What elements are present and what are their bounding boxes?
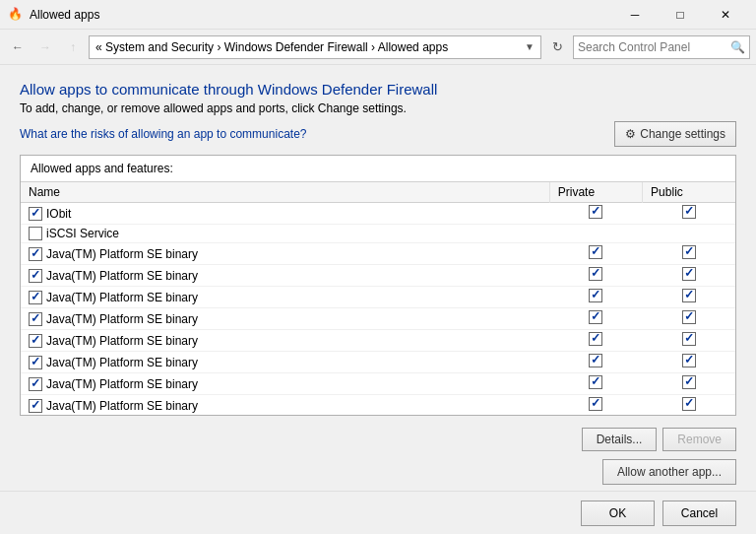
app-public-checkbox[interactable] <box>682 205 696 219</box>
title-bar-icon: 🔥 <box>8 7 24 23</box>
app-public-cell <box>643 373 735 395</box>
app-private-checkbox[interactable] <box>589 397 602 411</box>
app-private-checkbox[interactable] <box>589 205 602 219</box>
app-public-checkbox[interactable] <box>682 245 696 259</box>
apps-container-header: Allowed apps and features: <box>21 156 735 182</box>
address-path-text: « System and Security › Windows Defender… <box>95 40 525 54</box>
app-public-checkbox[interactable] <box>682 332 696 346</box>
app-name-checkbox[interactable] <box>29 334 42 348</box>
app-private-checkbox[interactable] <box>589 267 602 281</box>
app-private-checkbox[interactable] <box>589 289 602 302</box>
app-public-checkbox[interactable] <box>682 397 696 411</box>
app-name-checkbox[interactable] <box>29 207 42 221</box>
action-row: Details... Remove <box>20 428 736 451</box>
search-icon[interactable]: 🔍 <box>730 40 745 54</box>
app-name-content: Java(TM) Platform SE binary <box>29 356 541 369</box>
app-name-checkbox[interactable] <box>29 291 42 304</box>
page-title: Allow apps to communicate through Window… <box>20 81 736 98</box>
app-name-checkbox[interactable] <box>29 269 42 283</box>
search-input[interactable] <box>578 40 730 54</box>
maximize-button[interactable]: □ <box>658 0 703 30</box>
app-public-cell <box>643 352 735 373</box>
address-path[interactable]: « System and Security › Windows Defender… <box>89 35 541 59</box>
apps-table-wrapper[interactable]: IObitiSCSI ServiceJava(TM) Platform SE b… <box>21 203 735 415</box>
table-row[interactable]: Java(TM) Platform SE binary <box>21 287 735 308</box>
cancel-button[interactable]: Cancel <box>662 501 736 526</box>
app-name-content: Java(TM) Platform SE binary <box>29 291 541 304</box>
search-box[interactable]: 🔍 <box>573 35 750 59</box>
app-name-cell: Java(TM) Platform SE binary <box>21 373 549 395</box>
table-row[interactable]: iSCSI Service <box>21 225 735 243</box>
ok-button[interactable]: OK <box>581 501 655 526</box>
table-row[interactable]: Java(TM) Platform SE binary <box>21 265 735 287</box>
app-private-cell <box>549 395 642 416</box>
app-name-content: Java(TM) Platform SE binary <box>29 247 541 261</box>
refresh-button[interactable]: ↻ <box>545 35 569 59</box>
app-public-checkbox[interactable] <box>682 267 696 281</box>
address-chevron-icon: ▼ <box>525 41 535 52</box>
app-private-checkbox[interactable] <box>589 375 602 389</box>
help-link[interactable]: What are the risks of allowing an app to… <box>20 127 306 141</box>
table-row[interactable]: Java(TM) Platform SE binary <box>21 330 735 352</box>
app-name-label: Java(TM) Platform SE binary <box>46 247 198 261</box>
app-private-cell <box>549 265 642 287</box>
details-button[interactable]: Details... <box>582 428 658 451</box>
app-private-cell <box>549 352 642 373</box>
app-private-cell <box>549 287 642 308</box>
app-name-checkbox[interactable] <box>29 356 42 369</box>
apps-table: Name Private Public <box>21 182 735 203</box>
app-private-cell <box>549 308 642 330</box>
table-row[interactable]: Java(TM) Platform SE binary <box>21 243 735 265</box>
app-name-checkbox[interactable] <box>29 247 42 261</box>
app-name-content: Java(TM) Platform SE binary <box>29 377 541 391</box>
back-button[interactable]: ← <box>6 35 30 59</box>
app-public-checkbox[interactable] <box>682 289 696 302</box>
col-header-private: Private <box>549 182 642 203</box>
app-public-cell <box>643 395 735 416</box>
app-private-checkbox[interactable] <box>589 354 602 367</box>
remove-button[interactable]: Remove <box>662 428 736 451</box>
app-name-label: Java(TM) Platform SE binary <box>46 377 198 391</box>
app-name-checkbox[interactable] <box>29 227 42 240</box>
minimize-button[interactable]: ─ <box>612 0 658 30</box>
app-private-checkbox[interactable] <box>589 332 602 346</box>
allow-another-button[interactable]: Allow another app... <box>602 459 736 485</box>
app-private-cell <box>549 330 642 352</box>
table-header-row: Name Private Public <box>21 182 735 203</box>
app-public-checkbox[interactable] <box>682 375 696 389</box>
app-name-cell: IObit <box>21 203 549 225</box>
footer: OK Cancel <box>0 491 756 534</box>
table-row[interactable]: Java(TM) Platform SE binary <box>21 395 735 416</box>
app-name-checkbox[interactable] <box>29 377 42 391</box>
table-row[interactable]: Java(TM) Platform SE binary <box>21 308 735 330</box>
up-button[interactable]: ↑ <box>61 35 85 59</box>
app-name-checkbox[interactable] <box>29 312 42 326</box>
title-bar-controls: ─ □ ✕ <box>612 0 748 30</box>
app-private-cell <box>549 243 642 265</box>
app-public-checkbox[interactable] <box>682 354 696 367</box>
close-button[interactable]: ✕ <box>703 0 748 30</box>
app-name-content: Java(TM) Platform SE binary <box>29 334 541 348</box>
app-name-cell: Java(TM) Platform SE binary <box>21 243 549 265</box>
app-name-label: Java(TM) Platform SE binary <box>46 312 198 326</box>
table-row[interactable]: Java(TM) Platform SE binary <box>21 352 735 373</box>
app-private-checkbox[interactable] <box>589 310 602 324</box>
address-bar: ← → ↑ « System and Security › Windows De… <box>0 30 756 65</box>
app-name-cell: Java(TM) Platform SE binary <box>21 265 549 287</box>
app-private-cell <box>549 203 642 225</box>
app-public-checkbox[interactable] <box>682 310 696 324</box>
forward-button[interactable]: → <box>33 35 57 59</box>
app-name-label: Java(TM) Platform SE binary <box>46 356 198 369</box>
table-row[interactable]: Java(TM) Platform SE binary <box>21 373 735 395</box>
app-name-label: IObit <box>46 207 71 221</box>
table-row[interactable]: IObit <box>21 203 735 225</box>
app-name-cell: Java(TM) Platform SE binary <box>21 330 549 352</box>
app-private-checkbox[interactable] <box>589 245 602 259</box>
app-name-content: Java(TM) Platform SE binary <box>29 312 541 326</box>
app-public-cell <box>643 308 735 330</box>
change-settings-button[interactable]: ⚙ Change settings <box>614 121 736 147</box>
app-name-label: iSCSI Service <box>46 227 119 240</box>
app-public-cell <box>643 287 735 308</box>
app-name-checkbox[interactable] <box>29 399 42 413</box>
main-content: Allow apps to communicate through Window… <box>0 65 756 501</box>
